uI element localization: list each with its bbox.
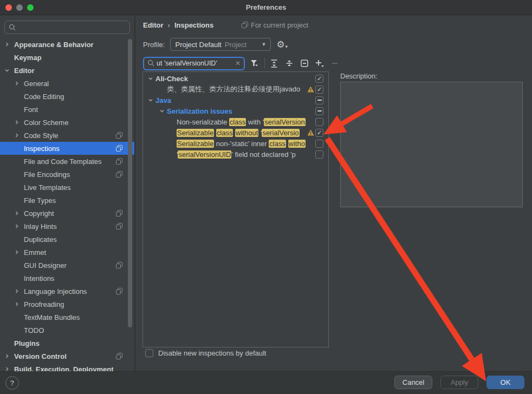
sidebar-item-font[interactable]: Font bbox=[0, 103, 134, 116]
inspection-tree-row[interactable]: Serializable class without 'serialVersio… bbox=[143, 127, 328, 138]
chevron-right-icon[interactable] bbox=[14, 211, 20, 216]
sidebar-item-code-style[interactable]: Code Style bbox=[0, 129, 134, 142]
disable-new-inspections-checkbox[interactable] bbox=[145, 349, 153, 357]
chevron-right-icon[interactable] bbox=[12, 224, 22, 229]
clear-search-icon[interactable]: ✕ bbox=[235, 60, 241, 67]
breadcrumb-editor[interactable]: Editor bbox=[143, 21, 164, 29]
inspection-enabled-checkbox[interactable] bbox=[315, 150, 323, 159]
chevron-right-icon[interactable] bbox=[14, 120, 20, 125]
sidebar-item-general[interactable]: General bbox=[0, 77, 134, 90]
chevron-right-icon[interactable] bbox=[14, 81, 20, 86]
inspection-enabled-checkbox[interactable] bbox=[315, 107, 323, 115]
inspection-tree-row[interactable]: Serializable non-'static' inner class wi… bbox=[143, 138, 328, 149]
chevron-right-icon[interactable] bbox=[12, 288, 22, 294]
chevron-down-icon[interactable] bbox=[146, 76, 155, 81]
chevron-right-icon[interactable] bbox=[14, 133, 20, 138]
sidebar-item-inspections[interactable]: Inspections bbox=[0, 142, 134, 155]
sidebar-item-editor[interactable]: Editor bbox=[0, 64, 134, 77]
breadcrumb: Editor › Inspections bbox=[143, 19, 213, 30]
filter-button[interactable] bbox=[248, 57, 260, 69]
sidebar-item-emmet[interactable]: Emmet bbox=[0, 246, 134, 259]
cancel-button[interactable]: Cancel bbox=[394, 376, 432, 389]
sidebar-item-intentions[interactable]: Intentions bbox=[0, 272, 134, 285]
profile-select[interactable]: Project Default Project ▼ bbox=[170, 38, 271, 51]
collapse-all-button[interactable] bbox=[283, 57, 295, 69]
chevron-right-icon[interactable] bbox=[4, 366, 10, 371]
chevron-right-icon[interactable] bbox=[14, 224, 20, 229]
inspection-enabled-checkbox[interactable] bbox=[315, 140, 323, 148]
chevron-right-icon[interactable] bbox=[14, 288, 20, 294]
chevron-right-icon[interactable] bbox=[12, 211, 22, 216]
sidebar-scrollbar[interactable] bbox=[128, 39, 132, 327]
inspection-label: Serialization issues bbox=[167, 107, 306, 115]
chevron-down-icon[interactable] bbox=[157, 108, 167, 114]
chevron-right-icon[interactable] bbox=[14, 301, 20, 307]
chevron-down-icon[interactable] bbox=[2, 68, 12, 73]
sidebar-item-copyright[interactable]: Copyright bbox=[0, 207, 134, 220]
sidebar-item-file-types[interactable]: File Types bbox=[0, 194, 134, 207]
chevron-right-icon[interactable] bbox=[12, 133, 22, 138]
sidebar-item-build-execution-deployment[interactable]: Build, Execution, Deployment bbox=[0, 363, 134, 371]
sidebar-item-plugins[interactable]: Plugins bbox=[0, 337, 134, 350]
inspection-label: 类、类属性、类方法的注释必须使用javado bbox=[167, 84, 306, 94]
chevron-right-icon[interactable] bbox=[14, 249, 20, 255]
chevron-right-icon[interactable] bbox=[12, 120, 22, 125]
inspection-tree-row[interactable]: Serialization issues bbox=[143, 106, 328, 116]
chevron-down-icon[interactable] bbox=[148, 97, 153, 103]
sidebar-item-language-injections[interactable]: Language Injections bbox=[0, 285, 134, 298]
sidebar-item-inlay-hints[interactable]: Inlay Hints bbox=[0, 220, 134, 233]
window-title: Preferences bbox=[246, 3, 286, 11]
zoom-window-button[interactable] bbox=[27, 4, 34, 11]
per-project-icon bbox=[116, 223, 122, 229]
chevron-down-icon: ▼ bbox=[262, 42, 267, 47]
inspection-enabled-checkbox[interactable]: ✓ bbox=[315, 75, 323, 83]
sidebar-item-appearance-behavior[interactable]: Appearance & Behavior bbox=[0, 38, 134, 51]
chevron-right-icon[interactable] bbox=[2, 353, 12, 359]
inspection-enabled-checkbox[interactable]: ✓ bbox=[315, 129, 323, 137]
sidebar-item-color-scheme[interactable]: Color Scheme bbox=[0, 116, 134, 129]
chevron-down-icon[interactable] bbox=[159, 108, 165, 114]
inspection-tree-row[interactable]: Java bbox=[143, 95, 328, 106]
close-window-button[interactable] bbox=[5, 4, 12, 11]
reset-inspection-button[interactable] bbox=[299, 57, 310, 69]
main-panel: Editor › Inspections For current project… bbox=[135, 15, 532, 371]
sidebar-item-duplicates[interactable]: Duplicates bbox=[0, 233, 134, 246]
chevron-right-icon[interactable] bbox=[4, 353, 10, 359]
sidebar-item-keymap[interactable]: Keymap bbox=[0, 51, 134, 64]
sidebar-item-todo[interactable]: TODO bbox=[0, 324, 134, 337]
inspection-enabled-checkbox[interactable] bbox=[315, 96, 323, 104]
sidebar-item-file-and-code-templates[interactable]: File and Code Templates bbox=[0, 155, 134, 168]
inspection-tree-row[interactable]: Ali-Check✓ bbox=[143, 73, 328, 84]
sidebar-item-proofreading[interactable]: Proofreading bbox=[0, 298, 134, 311]
search-match-highlight: Serializable bbox=[177, 140, 214, 148]
sidebar-item-file-encodings[interactable]: File Encodings bbox=[0, 168, 134, 181]
chevron-right-icon[interactable] bbox=[12, 249, 22, 255]
add-inspection-button[interactable] bbox=[314, 57, 326, 69]
inspection-tree-row[interactable]: Non-serializable class with 'serialVersi… bbox=[143, 116, 328, 127]
inspection-enabled-checkbox[interactable] bbox=[315, 118, 323, 126]
settings-search-field[interactable] bbox=[4, 21, 130, 34]
chevron-right-icon[interactable] bbox=[2, 42, 12, 47]
inspections-search-field[interactable]: ut 'serialVersionUID' ✕ bbox=[143, 57, 245, 70]
sidebar-item-code-editing[interactable]: Code Editing bbox=[0, 90, 134, 103]
chevron-down-icon: ▼ bbox=[284, 44, 289, 49]
inspection-tree-row[interactable]: 'serialVersionUID' field not declared 'p bbox=[143, 149, 328, 160]
chevron-down-icon[interactable] bbox=[146, 97, 155, 103]
chevron-right-icon[interactable] bbox=[12, 81, 22, 86]
per-project-icon bbox=[116, 158, 122, 165]
chevron-right-icon[interactable] bbox=[12, 301, 22, 307]
profile-actions-button[interactable]: ⚙ ▼ bbox=[276, 40, 288, 49]
inspection-enabled-checkbox[interactable]: ✓ bbox=[315, 86, 323, 94]
chevron-down-icon[interactable] bbox=[4, 68, 10, 73]
sidebar-item-version-control[interactable]: Version Control bbox=[0, 350, 134, 363]
inspection-tree-row[interactable]: 类、类属性、类方法的注释必须使用javado✓ bbox=[143, 84, 328, 95]
expand-all-button[interactable] bbox=[268, 57, 280, 69]
sidebar-item-textmate-bundles[interactable]: TextMate Bundles bbox=[0, 311, 134, 324]
sidebar-item-live-templates[interactable]: Live Templates bbox=[0, 181, 134, 194]
sidebar-item-gui-designer[interactable]: GUI Designer bbox=[0, 259, 134, 272]
chevron-right-icon[interactable] bbox=[4, 42, 10, 47]
help-button[interactable]: ? bbox=[5, 376, 19, 390]
chevron-down-icon[interactable] bbox=[148, 76, 153, 81]
chevron-right-icon[interactable] bbox=[2, 366, 12, 371]
ok-button[interactable]: OK bbox=[486, 376, 524, 389]
